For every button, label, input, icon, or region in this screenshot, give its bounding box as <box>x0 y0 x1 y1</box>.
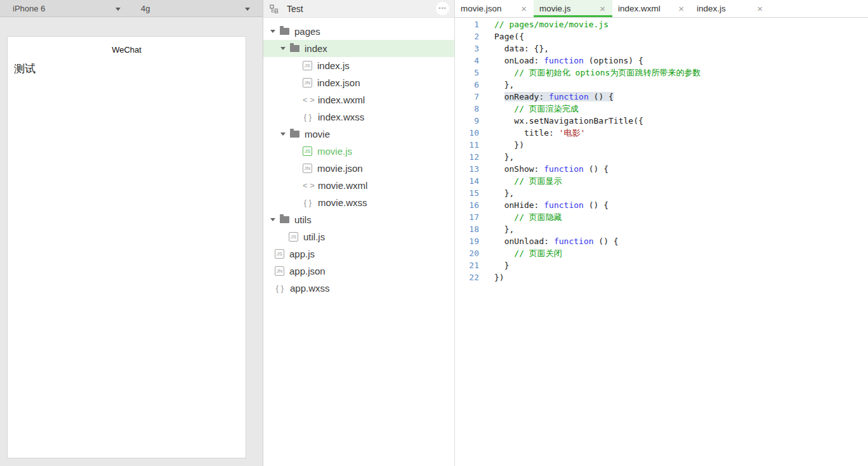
line-number: 9 <box>455 115 479 127</box>
tree-item-label: app.js <box>289 249 315 259</box>
code-line-text: // 页面初始化 options为页面跳转所带来的参数 <box>479 67 700 79</box>
tree-item-label: movie.json <box>317 163 363 174</box>
code-line[interactable]: 20 // 页面关闭 <box>455 247 868 259</box>
tree-file-movie.js[interactable]: JSmovie.js <box>263 143 454 160</box>
tree-file-index.js[interactable]: JSindex.js <box>263 57 454 74</box>
wechat-devtools-window: iPhone 6 4g WeChat 测试 Test <box>0 0 868 466</box>
code-line-text: // pages/movie/movie.js <box>479 18 608 30</box>
code-line[interactable]: 21 } <box>455 259 868 271</box>
editor-tabbar: movie.json×movie.js×index.wxml×index.js× <box>455 0 868 18</box>
code-line[interactable]: 7 onReady: function () { <box>455 91 868 103</box>
code-line[interactable]: 8 // 页面渲染完成 <box>455 103 868 115</box>
tree-file-util.js[interactable]: JSutil.js <box>263 228 454 245</box>
tree-folder-index[interactable]: index <box>263 40 454 57</box>
code-line[interactable]: 10 title: '电影' <box>455 127 868 139</box>
chevron-down-icon[interactable] <box>280 133 286 136</box>
code-line-text: // 页面关闭 <box>479 247 562 259</box>
tree-item-label: app.wxss <box>290 283 330 294</box>
miniprogram-page-text: 测试 <box>8 61 246 76</box>
tab-label: movie.js <box>539 4 571 13</box>
code-line[interactable]: 17 // 页面隐藏 <box>455 211 868 223</box>
line-number: 14 <box>455 175 479 187</box>
phone-screen[interactable]: WeChat 测试 <box>7 36 246 458</box>
code-line[interactable]: 4 onLoad: function (options) { <box>455 55 868 67</box>
close-icon[interactable]: × <box>521 4 527 13</box>
tree-file-index.wxss[interactable]: { }index.wxss <box>263 108 454 126</box>
code-line-text: // 页面渲染完成 <box>479 103 579 115</box>
ellipsis-icon: ••• <box>438 6 446 11</box>
json-file-badge-icon: JN <box>275 266 284 276</box>
code-line-text: }, <box>479 187 514 199</box>
code-line[interactable]: 22}) <box>455 271 868 283</box>
code-line[interactable]: 11 }) <box>455 139 868 151</box>
tree-item-label: pages <box>294 26 320 37</box>
line-number: 17 <box>455 211 479 223</box>
folder-icon <box>290 131 299 138</box>
tree-file-app.js[interactable]: JSapp.js <box>263 245 454 262</box>
json-file-badge-icon: JN <box>303 164 312 173</box>
tree-file-index.json[interactable]: JNindex.json <box>263 74 454 91</box>
close-icon[interactable]: × <box>678 4 684 13</box>
code-line[interactable]: 3 data: {}, <box>455 42 868 55</box>
tree-file-app.wxss[interactable]: { }app.wxss <box>263 280 454 297</box>
code-line-text: wx.setNavigationBarTitle({ <box>479 115 643 127</box>
code-line[interactable]: 13 onShow: function () { <box>455 163 868 175</box>
chevron-down-icon[interactable] <box>270 30 275 33</box>
wxml-file-icon: < > <box>303 95 313 105</box>
miniprogram-navbar-title: WeChat <box>8 37 246 55</box>
chevron-down-icon[interactable] <box>280 47 286 50</box>
line-number: 16 <box>455 199 479 211</box>
tree-file-movie.wxss[interactable]: { }movie.wxss <box>263 194 454 211</box>
line-number: 5 <box>455 67 479 79</box>
code-line-text: Page({ <box>479 30 524 42</box>
code-line[interactable]: 16 onHide: function () { <box>455 199 868 211</box>
wxss-file-icon: { } <box>275 283 285 293</box>
code-line[interactable]: 14 // 页面显示 <box>455 175 868 187</box>
tab-movie.js[interactable]: movie.js× <box>534 0 612 17</box>
line-number: 8 <box>455 103 479 115</box>
code-line-text: } <box>479 259 509 271</box>
tree-folder-utils[interactable]: utils <box>263 211 454 228</box>
line-number: 15 <box>455 187 479 199</box>
code-line[interactable]: 5 // 页面初始化 options为页面跳转所带来的参数 <box>455 67 868 79</box>
line-number: 12 <box>455 151 479 163</box>
chevron-down-icon[interactable] <box>270 218 275 221</box>
code-line[interactable]: 9 wx.setNavigationBarTitle({ <box>455 115 868 127</box>
tab-label: index.wxml <box>618 4 661 13</box>
tree-file-movie.json[interactable]: JNmovie.json <box>263 160 454 177</box>
code-line-text: onLoad: function (options) { <box>479 55 643 67</box>
close-icon[interactable]: × <box>600 4 605 13</box>
code-line[interactable]: 15 }, <box>455 187 868 199</box>
code-line[interactable]: 1// pages/movie/movie.js <box>455 18 868 30</box>
code-line-text: title: '电影' <box>479 127 585 139</box>
tab-movie.json[interactable]: movie.json× <box>455 0 534 17</box>
network-selector-value: 4g <box>141 4 150 13</box>
code-editor[interactable]: 1// pages/movie/movie.js2Page({3 data: {… <box>455 18 868 466</box>
tree-file-movie.wxml[interactable]: < >movie.wxml <box>263 177 454 194</box>
tree-item-label: app.json <box>289 266 326 276</box>
code-line[interactable]: 19 onUnload: function () { <box>455 235 868 247</box>
more-options-button[interactable]: ••• <box>436 2 449 15</box>
code-line-text: // 页面隐藏 <box>479 211 562 223</box>
device-selector[interactable]: iPhone 6 <box>0 0 130 17</box>
code-line[interactable]: 6 }, <box>455 79 868 91</box>
tree-item-label: index.wxss <box>318 112 364 122</box>
network-selector[interactable]: 4g <box>130 0 263 17</box>
wxml-file-icon: < > <box>303 181 313 190</box>
tree-file-index.wxml[interactable]: < >index.wxml <box>263 91 454 108</box>
wxss-file-icon: { } <box>303 112 313 122</box>
tab-index.js[interactable]: index.js× <box>691 0 770 17</box>
file-tree-header: Test ••• <box>263 0 454 18</box>
tree-item-label: movie.js <box>317 146 352 157</box>
tree-folder-pages[interactable]: pages <box>263 23 454 40</box>
code-line[interactable]: 12 }, <box>455 151 868 163</box>
close-icon[interactable]: × <box>757 4 763 13</box>
tree-file-app.json[interactable]: JNapp.json <box>263 262 454 280</box>
tree-folder-movie[interactable]: movie <box>263 126 454 143</box>
tab-index.wxml[interactable]: index.wxml× <box>612 0 691 17</box>
code-line[interactable]: 18 }, <box>455 223 868 235</box>
code-line[interactable]: 2Page({ <box>455 30 868 42</box>
tree-item-label: utils <box>294 214 312 225</box>
line-number: 7 <box>455 91 479 103</box>
json-file-badge-icon: JN <box>303 78 312 87</box>
